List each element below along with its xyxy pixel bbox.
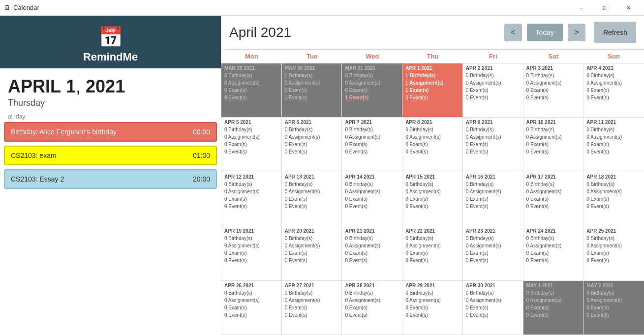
cell-events: 0 Event(s) bbox=[466, 312, 520, 319]
cal-cell[interactable]: APR 15 20210 Birthday(s)0 Assignment(s)0… bbox=[402, 172, 463, 226]
cal-cell[interactable]: APR 10 20210 Birthday(s)0 Assignment(s)0… bbox=[523, 118, 584, 172]
cal-cell[interactable]: APR 7 20210 Birthday(s)0 Assignment(s)0 … bbox=[342, 118, 402, 172]
event-label-2: CS2103: Essay 2 bbox=[11, 175, 64, 183]
cal-cell[interactable]: APR 25 20210 Birthday(s)0 Assignment(s)0… bbox=[583, 226, 644, 280]
cal-cell[interactable]: MAR 29 20210 Birthday(s)0 Assignment(s)0… bbox=[221, 63, 282, 118]
cell-assignments: 0 Assignment(s) bbox=[405, 243, 460, 249]
cell-assignments: 0 Assignment(s) bbox=[285, 188, 339, 195]
cell-date-label: APR 10 2021 bbox=[526, 120, 581, 125]
cal-cell[interactable]: APR 17 20210 Birthday(s)0 Assignment(s)0… bbox=[523, 172, 584, 226]
cell-assignments: 0 Assignment(s) bbox=[285, 243, 339, 249]
date-year: 2021 bbox=[86, 76, 125, 96]
cell-birthdays: 0 Birthday(s) bbox=[345, 290, 399, 297]
cell-events: 0 Event(s) bbox=[405, 203, 460, 210]
cell-assignments: 0 Assignment(s) bbox=[345, 80, 399, 87]
cell-exams: 0 Exam(s) bbox=[345, 141, 399, 148]
cell-assignments: 0 Assignment(s) bbox=[224, 297, 278, 304]
cell-birthdays: 0 Birthday(s) bbox=[224, 181, 278, 188]
cell-exams: 1 Exam(s) bbox=[405, 87, 460, 94]
cal-cell[interactable]: APR 24 20210 Birthday(s)0 Assignment(s)0… bbox=[523, 226, 584, 280]
day-header-mon: Mon bbox=[221, 50, 282, 63]
event-card-0[interactable]: Birthday: Alice Ferguson's birthday00:00 bbox=[4, 122, 217, 142]
cell-birthdays: 0 Birthday(s) bbox=[586, 290, 641, 297]
cal-cell[interactable]: APR 4 20210 Birthday(s)0 Assignment(s)0 … bbox=[583, 63, 644, 118]
event-time-2: 20:00 bbox=[193, 175, 210, 183]
cell-assignments: 0 Assignment(s) bbox=[526, 297, 581, 304]
cal-cell[interactable]: APR 3 20210 Birthday(s)0 Assignment(s)0 … bbox=[523, 63, 584, 118]
cell-assignments: 0 Assignment(s) bbox=[466, 243, 520, 249]
cell-birthdays: 0 Birthday(s) bbox=[526, 235, 581, 242]
cell-events: 0 Event(s) bbox=[224, 312, 278, 319]
cal-cell[interactable]: APR 11 20210 Birthday(s)0 Assignment(s)0… bbox=[583, 118, 644, 172]
cal-cell[interactable]: APR 27 20210 Birthday(s)0 Assignment(s)0… bbox=[282, 281, 342, 335]
cal-cell[interactable]: APR 20 20210 Birthday(s)0 Assignment(s)0… bbox=[282, 226, 342, 280]
day-header-tue: Tue bbox=[282, 50, 342, 63]
cell-exams: 0 Exam(s) bbox=[526, 141, 581, 148]
cell-date-label: APR 1 2021 bbox=[405, 65, 460, 71]
cal-cell[interactable]: APR 16 20210 Birthday(s)0 Assignment(s)0… bbox=[463, 172, 523, 226]
cal-cell[interactable]: MAR 31 20210 Birthday(s)0 Assignment(s)0… bbox=[342, 63, 402, 118]
cell-events: 0 Event(s) bbox=[466, 203, 520, 210]
cell-assignments: 0 Assignment(s) bbox=[586, 243, 641, 249]
cell-events: 0 Event(s) bbox=[345, 149, 399, 155]
date-day-num: 1 bbox=[66, 76, 76, 96]
cell-events: 0 Event(s) bbox=[526, 149, 581, 155]
cell-exams: 0 Exam(s) bbox=[285, 87, 339, 94]
event-time-1: 01:00 bbox=[193, 152, 210, 159]
cal-cell[interactable]: APR 19 20210 Birthday(s)0 Assignment(s)0… bbox=[221, 226, 282, 280]
cal-cell[interactable]: APR 26 20210 Birthday(s)0 Assignment(s)0… bbox=[221, 281, 282, 335]
refresh-button[interactable]: Refresh bbox=[594, 22, 636, 43]
maximize-button[interactable]: □ bbox=[594, 0, 616, 16]
cal-cell[interactable]: APR 22 20210 Birthday(s)0 Assignment(s)0… bbox=[402, 226, 463, 280]
cal-cell[interactable]: APR 29 20210 Birthday(s)0 Assignment(s)0… bbox=[402, 281, 463, 335]
cell-assignments: 0 Assignment(s) bbox=[466, 80, 520, 87]
cal-cell[interactable]: MAY 1 20210 Birthday(s)0 Assignment(s)0 … bbox=[523, 281, 584, 335]
cal-cell[interactable]: APR 14 20210 Birthday(s)0 Assignment(s)0… bbox=[342, 172, 402, 226]
cell-events: 0 Event(s) bbox=[526, 312, 581, 319]
cal-cell[interactable]: APR 6 20210 Birthday(s)0 Assignment(s)0 … bbox=[282, 118, 342, 172]
cell-birthdays: 0 Birthday(s) bbox=[224, 235, 278, 242]
cal-cell[interactable]: APR 12 20210 Birthday(s)0 Assignment(s)0… bbox=[221, 172, 282, 226]
cell-assignments: 0 Assignment(s) bbox=[466, 297, 520, 304]
cell-events: 0 Event(s) bbox=[285, 312, 339, 319]
cell-exams: 0 Exam(s) bbox=[405, 305, 460, 311]
cell-exams: 0 Exam(s) bbox=[405, 141, 460, 148]
today-button[interactable]: Today bbox=[527, 24, 563, 41]
cell-assignments: 0 Assignment(s) bbox=[405, 134, 460, 141]
cell-assignments: 0 Assignment(s) bbox=[586, 134, 641, 141]
next-month-button[interactable]: > bbox=[568, 24, 585, 41]
cal-cell[interactable]: APR 30 20210 Birthday(s)0 Assignment(s)0… bbox=[463, 281, 523, 335]
cell-exams: 0 Exam(s) bbox=[466, 305, 520, 311]
titlebar: 🗓 Calendar – □ ✕ bbox=[0, 0, 644, 16]
minimize-button[interactable]: – bbox=[570, 0, 593, 16]
event-card-1[interactable]: CS2103: exam01:00 bbox=[4, 146, 217, 165]
cell-date-label: MAY 2 2021 bbox=[586, 283, 641, 288]
cell-date-label: APR 18 2021 bbox=[586, 174, 641, 180]
cell-assignments: 0 Assignment(s) bbox=[345, 188, 399, 195]
calendar-header: April 2021 < Today > Refresh bbox=[221, 16, 644, 50]
cell-date-label: APR 22 2021 bbox=[405, 228, 460, 234]
cell-birthdays: 0 Birthday(s) bbox=[345, 235, 399, 242]
cal-cell[interactable]: APR 18 20210 Birthday(s)0 Assignment(s)0… bbox=[583, 172, 644, 226]
cal-cell[interactable]: APR 5 20210 Birthday(s)0 Assignment(s)0 … bbox=[221, 118, 282, 172]
close-button[interactable]: ✕ bbox=[617, 0, 640, 16]
calendar-title: April 2021 bbox=[229, 25, 499, 40]
cal-cell[interactable]: APR 13 20210 Birthday(s)0 Assignment(s)0… bbox=[282, 172, 342, 226]
cal-cell[interactable]: APR 21 20210 Birthday(s)0 Assignment(s)0… bbox=[342, 226, 402, 280]
cell-date-label: APR 19 2021 bbox=[224, 228, 278, 234]
cal-cell[interactable]: APR 1 20211 Birthday(s)1 Assignment(s)1 … bbox=[402, 63, 463, 118]
cal-cell[interactable]: APR 2 20210 Birthday(s)0 Assignment(s)0 … bbox=[463, 63, 523, 118]
prev-month-button[interactable]: < bbox=[504, 24, 522, 41]
cell-assignments: 0 Assignment(s) bbox=[526, 134, 581, 141]
cal-cell[interactable]: APR 28 20210 Birthday(s)0 Assignment(s)0… bbox=[342, 281, 402, 335]
titlebar-left: 🗓 Calendar bbox=[4, 4, 39, 11]
cal-cell[interactable]: APR 9 20210 Birthday(s)0 Assignment(s)0 … bbox=[463, 118, 523, 172]
cell-exams: 0 Exam(s) bbox=[285, 141, 339, 148]
cal-cell[interactable]: APR 23 20210 Birthday(s)0 Assignment(s)0… bbox=[463, 226, 523, 280]
cell-events: 0 Event(s) bbox=[466, 94, 520, 101]
event-card-2[interactable]: CS2103: Essay 220:00 bbox=[4, 169, 217, 189]
cal-cell[interactable]: MAR 30 20210 Birthday(s)0 Assignment(s)0… bbox=[282, 63, 342, 118]
cell-date-label: APR 3 2021 bbox=[526, 65, 581, 71]
cal-cell[interactable]: MAY 2 20210 Birthday(s)0 Assignment(s)0 … bbox=[583, 281, 644, 335]
cal-cell[interactable]: APR 8 20210 Birthday(s)0 Assignment(s)0 … bbox=[402, 118, 463, 172]
